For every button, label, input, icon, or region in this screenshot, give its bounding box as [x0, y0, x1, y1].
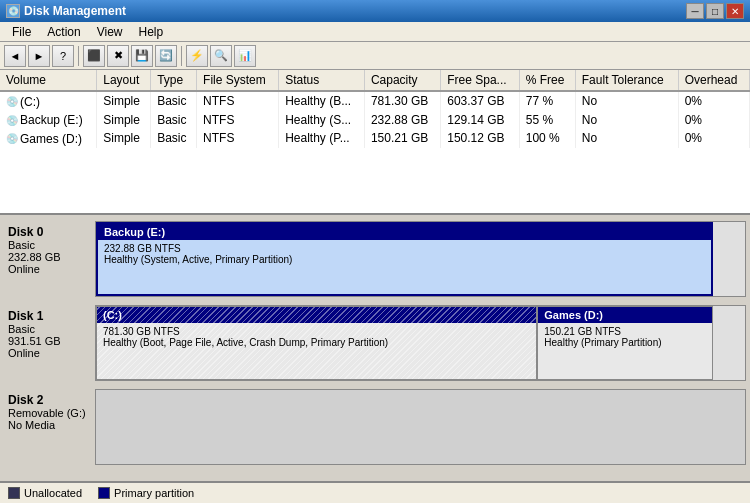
- disk-content: (C:)781.30 GB NTFSHealthy (Boot, Page Fi…: [95, 305, 746, 381]
- col-overhead[interactable]: Overhead: [678, 70, 749, 91]
- window-title: Disk Management: [24, 4, 126, 18]
- col-volume[interactable]: Volume: [0, 70, 97, 91]
- delete-button[interactable]: ✖: [107, 45, 129, 67]
- col-pct[interactable]: % Free: [519, 70, 575, 91]
- legend-unallocated: Unallocated: [8, 487, 82, 499]
- table-row[interactable]: 💿 (C:)SimpleBasicNTFSHealthy (B...781.30…: [0, 91, 750, 111]
- col-capacity[interactable]: Capacity: [364, 70, 440, 91]
- col-filesystem[interactable]: File System: [197, 70, 279, 91]
- partition-text: 781.30 GB NTFSHealthy (Boot, Page File, …: [103, 326, 530, 348]
- menu-bar: File Action View Help: [0, 22, 750, 42]
- col-type[interactable]: Type: [151, 70, 197, 91]
- disk-label: Disk 2Removable (G:)No Media: [0, 387, 95, 467]
- status-bar: Unallocated Primary partition: [0, 481, 750, 503]
- table-row[interactable]: 💿 Games (D:)SimpleBasicNTFSHealthy (P...…: [0, 129, 750, 148]
- partition-text: 150.21 GB NTFSHealthy (Primary Partition…: [544, 326, 705, 348]
- legend-unallocated-label: Unallocated: [24, 487, 82, 499]
- menu-help[interactable]: Help: [131, 23, 172, 41]
- partition-header: Backup (E:): [98, 224, 711, 240]
- menu-action[interactable]: Action: [39, 23, 88, 41]
- partition-header: (C:): [97, 307, 536, 323]
- window-controls: ─ □ ✕: [686, 3, 744, 19]
- disk-content: [95, 389, 746, 465]
- legend-unallocated-box: [8, 487, 20, 499]
- refresh-button[interactable]: 🔄: [155, 45, 177, 67]
- disk-panel: Disk 2Removable (G:)No Media: [0, 387, 750, 467]
- menu-file[interactable]: File: [4, 23, 39, 41]
- partition[interactable]: Games (D:)150.21 GB NTFSHealthy (Primary…: [537, 306, 712, 380]
- chart-button[interactable]: 📊: [234, 45, 256, 67]
- legend-primary-box: [98, 487, 110, 499]
- help-button[interactable]: ?: [52, 45, 74, 67]
- minimize-button[interactable]: ─: [686, 3, 704, 19]
- maximize-button[interactable]: □: [706, 3, 724, 19]
- disk-panels: Disk 0Basic232.88 GBOnlineBackup (E:)232…: [0, 215, 750, 481]
- col-status[interactable]: Status: [279, 70, 365, 91]
- col-layout[interactable]: Layout: [97, 70, 151, 91]
- window-icon: 💿: [6, 4, 20, 18]
- save-button[interactable]: 💾: [131, 45, 153, 67]
- partition-text: 232.88 GB NTFSHealthy (System, Active, P…: [104, 243, 705, 265]
- forward-button[interactable]: ►: [28, 45, 50, 67]
- disk-content: Backup (E:)232.88 GB NTFSHealthy (System…: [95, 221, 746, 297]
- legend-primary-label: Primary partition: [114, 487, 194, 499]
- menu-view[interactable]: View: [89, 23, 131, 41]
- disk-panel: Disk 0Basic232.88 GBOnlineBackup (E:)232…: [0, 219, 750, 299]
- search-button[interactable]: 🔍: [210, 45, 232, 67]
- toolbar-separator-1: [78, 46, 79, 66]
- disk-label: Disk 0Basic232.88 GBOnline: [0, 219, 95, 299]
- main-area: Volume Layout Type File System Status Ca…: [0, 70, 750, 481]
- table-row[interactable]: 💿 Backup (E:)SimpleBasicNTFSHealthy (S..…: [0, 111, 750, 130]
- legend-primary: Primary partition: [98, 487, 194, 499]
- close-button[interactable]: ✕: [726, 3, 744, 19]
- volume-table-container: Volume Layout Type File System Status Ca…: [0, 70, 750, 215]
- toolbar-separator-2: [181, 46, 182, 66]
- rescan-button[interactable]: ⬛: [83, 45, 105, 67]
- properties-button[interactable]: ⚡: [186, 45, 208, 67]
- toolbar: ◄ ► ? ⬛ ✖ 💾 🔄 ⚡ 🔍 📊: [0, 42, 750, 70]
- col-fault[interactable]: Fault Tolerance: [575, 70, 678, 91]
- volume-table: Volume Layout Type File System Status Ca…: [0, 70, 750, 148]
- partition[interactable]: (C:)781.30 GB NTFSHealthy (Boot, Page Fi…: [96, 306, 537, 380]
- col-free[interactable]: Free Spa...: [441, 70, 520, 91]
- disk-panel: Disk 1Basic931.51 GBOnline(C:)781.30 GB …: [0, 303, 750, 383]
- partition[interactable]: Backup (E:)232.88 GB NTFSHealthy (System…: [96, 222, 713, 296]
- partition-header: Games (D:): [538, 307, 711, 323]
- back-button[interactable]: ◄: [4, 45, 26, 67]
- disk-label: Disk 1Basic931.51 GBOnline: [0, 303, 95, 383]
- title-bar: 💿 Disk Management ─ □ ✕: [0, 0, 750, 22]
